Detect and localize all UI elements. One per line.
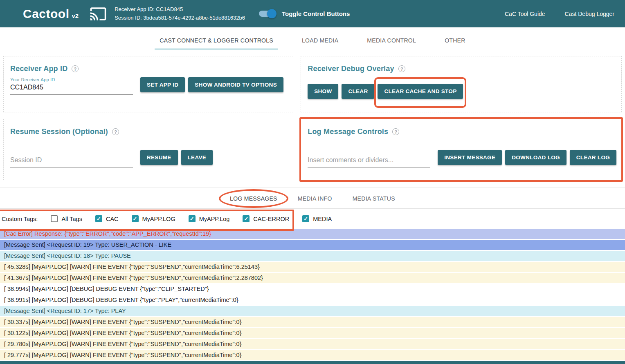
log-row: [ 29.777s] [MyAPP.LOG] [WARN] FINE EVENT… bbox=[0, 350, 625, 360]
receiver-app-id-text: Receiver App ID: CC1AD845 bbox=[115, 5, 245, 14]
media-checkbox[interactable] bbox=[302, 215, 309, 222]
clear-overlay-button[interactable]: CLEAR bbox=[342, 84, 374, 99]
log-row: [ 45.328s] [MyAPP.LOG] [WARN] FINE EVENT… bbox=[0, 262, 625, 272]
log-message-list: [Cac Error] Response: {"type":"ERROR","c… bbox=[0, 229, 625, 360]
app-logo: Cactool v2 bbox=[23, 8, 79, 20]
cac-error-checkbox[interactable] bbox=[243, 215, 250, 222]
log-row: [ 38.991s] [MyAPP.LOG] [DEBUG] DEBUG EVE… bbox=[0, 295, 625, 305]
session-info: Receiver App ID: CC1AD845 Session ID: 3b… bbox=[115, 5, 245, 22]
tag-label: All Tags bbox=[61, 216, 82, 222]
insert-message-button[interactable]: INSERT MESSAGE bbox=[438, 150, 502, 165]
app-header: Cactool v2 Receiver App ID: CC1AD845 Ses… bbox=[0, 0, 625, 27]
tag-label: MEDIA bbox=[313, 216, 332, 222]
panel-title-row: Receiver App ID bbox=[10, 65, 288, 73]
resume-session-panel: Resume Session (Optional) RESUME LEAVE bbox=[3, 119, 293, 180]
toggle-knob bbox=[267, 9, 277, 18]
annotated-button-wrap: CLEAR CACHE AND STOP bbox=[378, 84, 463, 101]
receiver-app-id-body: Your Receiver App ID SET APP ID SHOW AND… bbox=[9, 77, 288, 95]
tab-cast-connect-logger-controls[interactable]: CAST CONNECT & LOGGER CONTROLS bbox=[155, 33, 278, 49]
cast-icon[interactable] bbox=[88, 5, 108, 22]
receiver-app-id-input[interactable] bbox=[10, 84, 133, 91]
log-row: [ 30.122s] [MyAPP.LOG] [WARN] FINE EVENT… bbox=[0, 328, 625, 338]
cac-tool-guide-link[interactable]: CaC Tool Guide bbox=[505, 11, 545, 17]
leave-button[interactable]: LEAVE bbox=[181, 150, 213, 165]
log-message-controls-title: Log Message Controls bbox=[308, 127, 388, 136]
help-icon[interactable] bbox=[398, 65, 405, 72]
panel-title-row: Resume Session (Optional) bbox=[10, 127, 288, 136]
receiver-app-id-title: Receiver App ID bbox=[10, 65, 67, 73]
log-row: [Cac Error] Response: {"type":"ERROR","c… bbox=[0, 229, 625, 239]
log-row: [Message Sent] <Request ID: 17> Type: PL… bbox=[0, 306, 625, 316]
log-row: [Message Sent] <Request ID: 19> Type: US… bbox=[0, 240, 625, 250]
log-comment-input[interactable] bbox=[308, 156, 430, 164]
clear-log-button[interactable]: CLEAR LOG bbox=[570, 150, 616, 165]
set-app-id-button[interactable]: SET APP ID bbox=[140, 77, 185, 92]
panel-title-row: Log Message Controls bbox=[308, 127, 616, 136]
show-android-tv-options-button[interactable]: SHOW ANDROID TV OPTIONS bbox=[188, 77, 283, 92]
tab-media-status[interactable]: MEDIA STATUS bbox=[353, 195, 395, 202]
download-log-button[interactable]: DOWNLOAD LOG bbox=[505, 150, 567, 165]
help-icon[interactable] bbox=[72, 65, 79, 72]
log-row: [ 30.337s] [MyAPP.LOG] [WARN] FINE EVENT… bbox=[0, 317, 625, 327]
log-row: [ 29.780s] [MyAPP.LOG] [WARN] FINE EVENT… bbox=[0, 339, 625, 349]
annotation-rect-log-controls bbox=[299, 117, 623, 182]
logo-version: v2 bbox=[72, 12, 79, 20]
all-tags-checkbox[interactable] bbox=[51, 215, 58, 222]
tab-load-media[interactable]: LOAD MEDIA bbox=[297, 33, 343, 49]
cactool-app: Cactool v2 Receiver App ID: CC1AD845 Ses… bbox=[0, 0, 625, 364]
tab-log-messages[interactable]: LOG MESSAGES bbox=[230, 195, 277, 202]
control-buttons-toggle[interactable] bbox=[259, 9, 275, 18]
myapp-log-mixed-checkbox[interactable] bbox=[189, 215, 196, 222]
show-overlay-button[interactable]: SHOW bbox=[308, 84, 338, 99]
help-icon[interactable] bbox=[392, 128, 399, 135]
main-tab-bar: CAST CONNECT & LOGGER CONTROLS LOAD MEDI… bbox=[0, 33, 625, 49]
tag-cac[interactable]: CAC bbox=[95, 215, 119, 222]
receiver-debug-overlay-panel: Receiver Debug Overlay SHOW CLEAR CLEAR … bbox=[301, 56, 622, 112]
log-tab-bar: LOG MESSAGES MEDIA INFO MEDIA STATUS bbox=[0, 188, 625, 209]
session-id-text: Session ID: 3bdea581-574e-4292-a8be-51de… bbox=[115, 14, 245, 22]
receiver-debug-overlay-body: SHOW CLEAR CLEAR CACHE AND STOP bbox=[306, 84, 616, 101]
custom-tags-row: Custom Tags: All Tags CAC MyAPP.LOG MyAP… bbox=[0, 209, 625, 228]
tag-label: MyAPP.LOG bbox=[142, 216, 175, 222]
control-panels: Receiver App ID Your Receiver App ID SET… bbox=[0, 49, 625, 180]
resume-session-body: RESUME LEAVE bbox=[9, 150, 288, 167]
panel-title-row: Receiver Debug Overlay bbox=[308, 65, 616, 73]
tag-cac-error[interactable]: CAC-ERROR bbox=[243, 215, 289, 222]
tab-media-control[interactable]: MEDIA CONTROL bbox=[362, 33, 421, 49]
toggle-label: Toggle Control Buttons bbox=[282, 10, 350, 17]
receiver-app-id-panel: Receiver App ID Your Receiver App ID SET… bbox=[3, 56, 293, 112]
tag-label: CAC-ERROR bbox=[253, 216, 289, 222]
tab-other[interactable]: OTHER bbox=[440, 33, 470, 49]
log-comment-field bbox=[308, 156, 430, 167]
tag-label: MyAPP.Log bbox=[199, 216, 230, 222]
tag-label: CAC bbox=[106, 216, 119, 222]
custom-tags-label: Custom Tags: bbox=[2, 216, 38, 222]
help-icon[interactable] bbox=[112, 128, 119, 135]
cast-debug-logger-link[interactable]: Cast Debug Logger bbox=[565, 11, 614, 17]
log-row: [ 41.367s] [MyAPP.LOG] [WARN] FINE EVENT… bbox=[0, 273, 625, 283]
receiver-debug-overlay-title: Receiver Debug Overlay bbox=[308, 65, 394, 73]
tag-media[interactable]: MEDIA bbox=[302, 215, 332, 222]
tab-media-info[interactable]: MEDIA INFO bbox=[298, 195, 332, 202]
tag-all-tags[interactable]: All Tags bbox=[51, 215, 82, 222]
log-row: [ 38.994s] [MyAPP.LOG] [DEBUG] DEBUG EVE… bbox=[0, 284, 625, 294]
log-message-controls-body: INSERT MESSAGE DOWNLOAD LOG CLEAR LOG bbox=[306, 150, 616, 167]
resume-session-title: Resume Session (Optional) bbox=[10, 127, 108, 136]
receiver-app-id-field: Your Receiver App ID bbox=[10, 77, 133, 95]
session-id-field bbox=[10, 156, 133, 167]
footer-bar bbox=[0, 361, 625, 364]
clear-cache-and-stop-button[interactable]: CLEAR CACHE AND STOP bbox=[378, 84, 463, 99]
log-message-controls-panel: Log Message Controls INSERT MESSAGE DOWN… bbox=[301, 119, 622, 180]
tag-myapp-log-mixed[interactable]: MyAPP.Log bbox=[189, 215, 230, 222]
myapp-log-upper-checkbox[interactable] bbox=[132, 215, 139, 222]
cac-checkbox[interactable] bbox=[95, 215, 102, 222]
annotated-tab-wrap: LOG MESSAGES bbox=[230, 195, 277, 202]
logo-text: Cactool bbox=[23, 8, 70, 20]
tag-myapp-log-upper[interactable]: MyAPP.LOG bbox=[132, 215, 175, 222]
session-id-input[interactable] bbox=[10, 156, 133, 164]
resume-button[interactable]: RESUME bbox=[140, 150, 178, 165]
receiver-app-id-field-label: Your Receiver App ID bbox=[10, 77, 133, 82]
log-row: [Message Sent] <Request ID: 18> Type: PA… bbox=[0, 251, 625, 261]
